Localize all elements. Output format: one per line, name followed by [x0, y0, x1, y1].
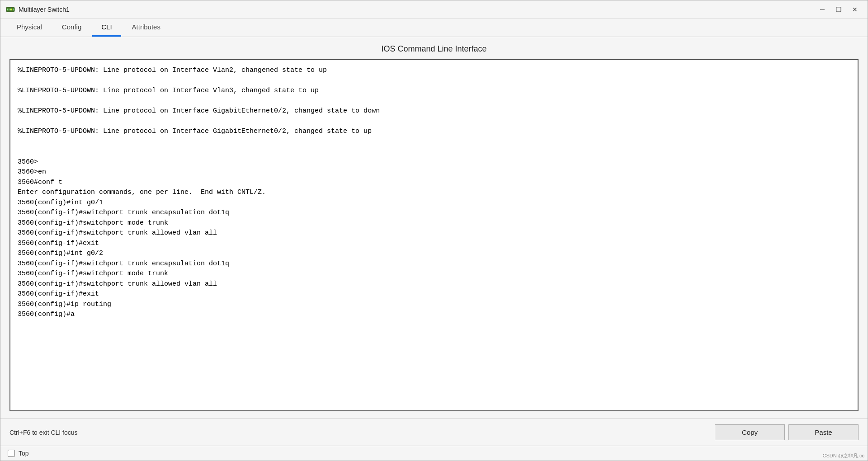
paste-button[interactable]: Paste — [788, 424, 859, 440]
cli-textarea[interactable] — [10, 60, 858, 410]
restore-button[interactable]: ❐ — [831, 4, 846, 15]
svg-rect-4 — [11, 9, 12, 10]
title-bar: Multilayer Switch1 ─ ❐ ✕ — [0, 0, 868, 19]
cli-container — [9, 59, 859, 411]
button-group: Copy Paste — [715, 424, 859, 440]
copy-button[interactable]: Copy — [715, 424, 785, 440]
svg-rect-3 — [10, 9, 11, 10]
close-button[interactable]: ✕ — [848, 4, 862, 15]
tab-bar: Physical Config CLI Attributes — [0, 19, 868, 37]
tab-cli[interactable]: CLI — [92, 19, 121, 37]
main-window: Multilayer Switch1 ─ ❐ ✕ Physical Config… — [0, 0, 868, 461]
svg-rect-2 — [9, 9, 9, 10]
content-area: IOS Command Line Interface — [0, 37, 868, 419]
section-title: IOS Command Line Interface — [9, 44, 859, 54]
svg-rect-1 — [7, 9, 8, 10]
top-checkbox[interactable] — [8, 450, 15, 457]
app-icon — [6, 5, 15, 14]
tab-config[interactable]: Config — [53, 19, 90, 37]
window-title: Multilayer Switch1 — [19, 6, 70, 13]
top-label: Top — [19, 450, 29, 457]
svg-rect-5 — [13, 9, 14, 10]
footer-bar: Top — [0, 446, 868, 461]
tab-attributes[interactable]: Attributes — [123, 19, 170, 37]
minimize-button[interactable]: ─ — [815, 4, 830, 15]
help-text: Ctrl+F6 to exit CLI focus — [9, 429, 78, 436]
title-bar-controls: ─ ❐ ✕ — [815, 4, 862, 15]
watermark: CSDN @之非凡.cc — [823, 452, 864, 459]
tab-physical[interactable]: Physical — [8, 19, 51, 37]
title-bar-left: Multilayer Switch1 — [6, 5, 70, 14]
bottom-bar: Ctrl+F6 to exit CLI focus Copy Paste — [0, 419, 868, 446]
